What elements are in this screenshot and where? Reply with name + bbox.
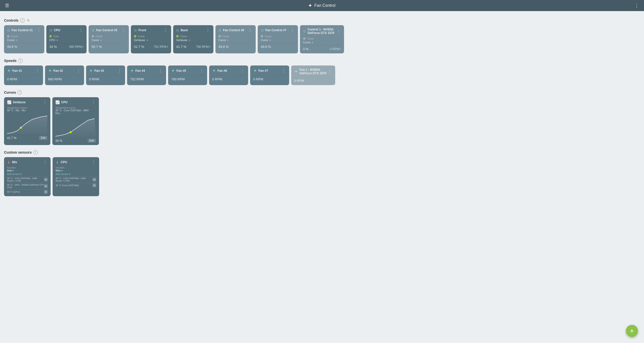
control-icon: ⊙ [303, 29, 306, 33]
sensor-name: Mix [12, 160, 17, 164]
controls-refresh-icon[interactable]: ↻ [26, 18, 31, 23]
more-icon: ⋮ [634, 3, 639, 8]
add-chevron: ▾ [20, 173, 22, 176]
fan-spin-icon: ✦ [294, 69, 298, 74]
speed-more-button[interactable]: ⋮ [76, 68, 81, 73]
speed-card-header: ✦ Fan #2 ⋮ [48, 68, 81, 74]
speed-more-button[interactable]: ⋮ [199, 68, 204, 73]
curve-chevron: ▾ [227, 39, 229, 42]
stat-row: 49.8 % [261, 45, 295, 49]
sensor-item-label: 58 °C (GPU) [7, 191, 44, 193]
curve-more-button[interactable]: ⋮ [42, 100, 47, 105]
control-more-button[interactable]: ⋮ [121, 28, 126, 32]
stat-row: 41.7 % 752 RPM ▾ [134, 45, 168, 49]
speed-fan-title: Fan #4 [135, 69, 145, 73]
speed-title-row: ✦ Fan #4 [130, 68, 145, 74]
stat-row: 0 % 0 RPM ▾ [303, 47, 341, 51]
fan-spin-icon: ✦ [171, 68, 175, 74]
stat-row: 95.7 % [92, 45, 126, 49]
curve-row: Curve [303, 37, 341, 40]
fan-spin-icon: ✦ [7, 68, 11, 74]
speed-more-button[interactable]: ⋮ [281, 68, 286, 73]
speed-fan-title: Fan #6 [217, 69, 227, 73]
header-more-button[interactable]: ⋮ [632, 2, 641, 9]
stat-row: 41.7 % 790 RPM ▾ [176, 45, 210, 49]
control-more-button[interactable]: ⋮ [36, 28, 41, 32]
curve-value-row: Curve ▾ [303, 41, 341, 44]
card-header: ⊙ Fan Control #6 ⋮ [218, 28, 253, 32]
speeds-help-icon[interactable]: ? [18, 58, 23, 63]
curve-more-button[interactable]: ⋮ [91, 100, 96, 105]
speed-rpm-value: 0 RPM [89, 77, 122, 81]
control-more-button[interactable]: ⋮ [163, 28, 168, 32]
app-header: ☰ ✦ Fan Control ⋮ [0, 0, 644, 11]
sensor-remove-button[interactable]: × [93, 184, 96, 187]
curves-row: 📈 Gehäuse ⋮ Temperature source 58 °C - M… [4, 97, 640, 146]
speed-fan-title: Fan #1 [12, 69, 22, 73]
control-percent: 41.7 % [134, 45, 144, 49]
sensor-remove-button[interactable]: × [44, 190, 48, 194]
curve-edit-button[interactable]: Edit [39, 136, 47, 140]
speed-fan-title: Fan #2 [53, 69, 63, 73]
card-header: ⊙ Fan Control #7 ⋮ [261, 28, 295, 32]
curve-value-row: Gehäuse ▾ [134, 39, 168, 42]
sensor-item-label: 38 °C (Core (Tctl/Tdie)) [56, 184, 93, 187]
curve-name-label: Curve [96, 35, 102, 38]
controls-title: Controls [4, 18, 19, 22]
control-more-button[interactable]: ⋮ [248, 28, 253, 32]
curves-help-icon[interactable]: ? [17, 90, 22, 95]
svg-marker-0 [7, 116, 47, 134]
speed-card-fan3: ✦ Fan #3 ⋮ 0 RPM [86, 65, 125, 85]
curve-svg [7, 114, 47, 134]
control-card-fc1: ⊙ Fan Control #1 ⋮ Curve Curve ▾ 49.8 % [4, 25, 44, 53]
fan-spin-icon: ✦ [212, 68, 216, 74]
sensor-name: CPU [61, 160, 67, 164]
curve-name-label: Curve [222, 35, 229, 38]
control-icon: ⊙ [134, 28, 137, 32]
sensor-remove-button[interactable]: × [44, 184, 48, 188]
speed-more-button[interactable]: ⋮ [117, 68, 122, 73]
speed-more-button[interactable]: ⋮ [35, 68, 40, 73]
sensor-remove-button[interactable]: × [93, 178, 96, 181]
curve-value-row: Curve ▾ [7, 39, 41, 42]
curve-chevron: ▾ [312, 41, 313, 44]
card-header: ⊙ Fan Control #3 ⋮ [92, 28, 126, 32]
sensor-remove-button[interactable]: × [44, 178, 48, 181]
sensor-more-button[interactable]: ⋮ [43, 160, 48, 164]
curve-temp-src-label: Temperature source [55, 107, 96, 109]
curve-selected-label: Curve [7, 39, 14, 42]
curve-temp-source-value: 58 °C - Mix - Mix [7, 109, 47, 112]
curve-row: Curve [92, 35, 126, 38]
control-more-button[interactable]: ⋮ [79, 28, 84, 32]
speed-more-button[interactable]: ⋮ [240, 68, 245, 73]
control-more-button[interactable]: ⋮ [336, 29, 341, 34]
fan-spin-icon: ✦ [48, 68, 52, 74]
control-percent: 95.7 % [92, 45, 102, 49]
curve-edit-button[interactable]: Edit [88, 139, 96, 143]
card-header: ⊙ CPU ⋮ [49, 28, 84, 32]
speed-card-fan4: ✦ Fan #4 ⋮ 752 RPM [127, 65, 166, 85]
curve-name-label: Curve [11, 35, 18, 38]
menu-button[interactable]: ☰ [3, 2, 11, 9]
curve-value-row: Curve ▾ [218, 39, 253, 42]
curve-dot [49, 35, 52, 38]
sensor-add-button[interactable]: Add sensor ▾ [56, 173, 96, 176]
curve-value-row: Gehäuse ▾ [176, 39, 210, 42]
controls-help-icon[interactable]: ? [20, 18, 25, 23]
speed-more-button[interactable]: ⋮ [327, 69, 332, 74]
curve-selected-label: Curve [92, 39, 99, 42]
control-more-button[interactable]: ⋮ [290, 28, 295, 32]
control-icon: ⊙ [49, 28, 52, 32]
sensor-add-button[interactable]: Add sensor ▾ [7, 173, 48, 176]
sensor-more-button[interactable]: ⋮ [91, 160, 96, 164]
header-title-area: ✦ Fan Control [308, 3, 335, 9]
control-more-button[interactable]: ⋮ [205, 28, 210, 32]
control-icon: ⊙ [7, 28, 10, 32]
curve-card-title-row: 📈 Gehäuse [7, 100, 26, 104]
custom-sensors-help-icon[interactable]: ? [33, 150, 38, 155]
speed-more-button[interactable]: ⋮ [158, 68, 163, 73]
sensor-title-row: 🌡 Mix [7, 160, 17, 164]
control-title: Back [181, 28, 188, 32]
curve-row: Curve [218, 35, 253, 38]
control-percent: 49.8 % [218, 45, 229, 49]
